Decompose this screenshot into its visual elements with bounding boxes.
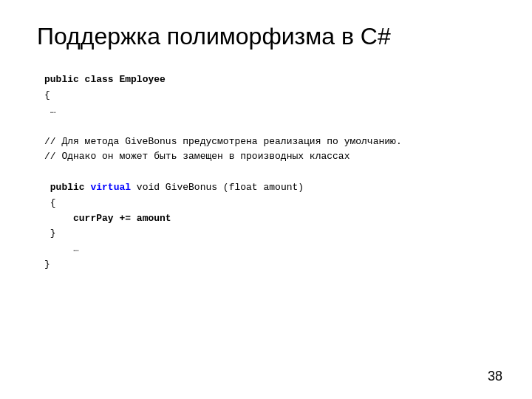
code-line-11: } <box>44 226 495 242</box>
code-line-6: // Однако он может быть замещен в произв… <box>44 149 495 165</box>
code-line-2: { <box>44 88 495 103</box>
code-line-4 <box>44 119 495 134</box>
code-line-7 <box>44 165 495 180</box>
code-line-1: public class Employee <box>44 72 495 88</box>
code-public: public <box>50 182 85 193</box>
code-line-9: { <box>44 196 495 211</box>
code-line-10: currPay += amount <box>44 211 495 227</box>
page-number: 38 <box>488 369 502 384</box>
code-body: currPay += amount <box>73 213 171 224</box>
code-block: public class Employee { … // Для метода … <box>44 72 495 272</box>
code-keyword-public: public class <box>44 74 119 85</box>
code-line-12: … <box>44 242 495 257</box>
code-line-5: // Для метода GiveBonus предусмотрена ре… <box>44 134 495 150</box>
code-class-name: Employee <box>119 74 165 85</box>
code-line-8: public virtual void GiveBonus (float amo… <box>44 180 495 196</box>
slide: Поддержка полиморфизма в C# public class… <box>0 0 532 399</box>
code-virtual: virtual <box>90 182 131 193</box>
code-line-3: … <box>44 103 495 119</box>
code-line-13: } <box>44 257 495 273</box>
slide-title: Поддержка полиморфизма в C# <box>37 22 495 50</box>
